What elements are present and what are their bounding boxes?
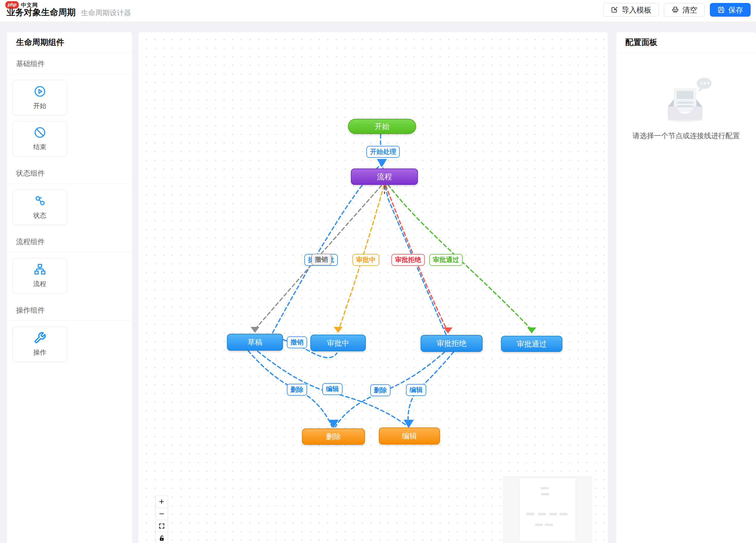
arrowhead-approving bbox=[334, 327, 343, 333]
zoom-in-button[interactable]: + bbox=[155, 495, 168, 508]
clear-icon bbox=[671, 6, 679, 14]
lock-button[interactable] bbox=[155, 532, 168, 543]
page-title: 业务对象生命周期 bbox=[7, 7, 76, 18]
config-empty-state: 请选择一个节点或连接线进行配置 bbox=[616, 76, 756, 141]
minimap-node bbox=[538, 513, 546, 515]
config-empty-text: 请选择一个节点或连接线进行配置 bbox=[633, 131, 740, 141]
node-approved[interactable]: 审批通过 bbox=[501, 336, 562, 352]
node-process[interactable]: 流程 bbox=[351, 169, 418, 185]
zoom-in-icon: + bbox=[159, 497, 164, 507]
import-icon bbox=[611, 6, 618, 14]
section-basic-cards: 开始 结束 bbox=[7, 74, 132, 163]
state-icon bbox=[34, 195, 46, 207]
section-label-action: 操作组件 bbox=[7, 299, 132, 320]
page-subtitle: 生命周期设计器 bbox=[81, 8, 131, 18]
title-row: 业务对象生命周期 生命周期设计器 bbox=[7, 7, 131, 18]
header: php 中文网 业务对象生命周期 生命周期设计器 导入模板 清空 保存 bbox=[0, 0, 756, 22]
minimap-node bbox=[526, 513, 534, 515]
section-action-cards: 操作 bbox=[7, 320, 132, 368]
node-start[interactable]: 开始 bbox=[348, 119, 416, 134]
component-card-flow[interactable]: 流程 bbox=[13, 258, 67, 293]
node-rejected[interactable]: 审批拒绝 bbox=[421, 335, 483, 352]
arrowhead-approved bbox=[527, 327, 536, 333]
edge-draft-to-process[interactable] bbox=[273, 165, 381, 333]
import-template-label: 导入模板 bbox=[622, 5, 651, 15]
section-flow-cards: 流程 bbox=[7, 252, 132, 299]
clear-button[interactable]: 清空 bbox=[664, 3, 705, 17]
edge-label-edit-from-rejected[interactable]: 编辑 bbox=[406, 384, 426, 396]
component-card-label: 操作 bbox=[33, 348, 46, 357]
empty-inbox-illustration bbox=[657, 76, 716, 123]
edge-label-delete-from-draft[interactable]: 删除 bbox=[287, 384, 307, 396]
node-approving[interactable]: 审批中 bbox=[310, 334, 366, 351]
import-template-button[interactable]: 导入模板 bbox=[603, 3, 659, 17]
minimap-node bbox=[559, 513, 567, 515]
edge-label-delete-from-rejected[interactable]: 删除 bbox=[370, 384, 391, 396]
fit-view-button[interactable] bbox=[155, 520, 168, 532]
section-label-state: 状态组件 bbox=[7, 163, 132, 184]
component-sidebar: 生命周期组件 基础组件 开始 结束 状态组件 状态 流程组件 流程 操作组件 操… bbox=[7, 32, 132, 543]
zoom-controls: + − bbox=[155, 496, 168, 543]
arrowhead-draft bbox=[251, 327, 259, 333]
lock-icon bbox=[158, 535, 165, 542]
edges-layer bbox=[139, 32, 608, 543]
edge-label-approving[interactable]: 审批中 bbox=[352, 254, 379, 266]
wrench-icon bbox=[34, 332, 46, 344]
edge-label-revoke[interactable]: 撤销 bbox=[287, 336, 307, 348]
config-panel-title: 配置面板 bbox=[616, 32, 756, 53]
minimap-node bbox=[541, 487, 548, 489]
edge-label-edit-from-draft[interactable]: 编辑 bbox=[322, 383, 343, 395]
arrowhead-process bbox=[377, 159, 387, 167]
zoom-out-button[interactable]: − bbox=[155, 508, 168, 520]
save-icon bbox=[717, 6, 725, 14]
minimap-node bbox=[549, 513, 557, 515]
speech-bubble-icon bbox=[697, 78, 712, 92]
flow-icon bbox=[34, 263, 46, 276]
arrowhead-delete bbox=[329, 420, 339, 428]
component-card-state[interactable]: 状态 bbox=[13, 190, 67, 225]
edge-rejected-to-process[interactable] bbox=[383, 166, 446, 334]
flow-canvas[interactable]: 开始 流程 草稿 审批中 审批拒绝 审批通过 删除 编辑 开始处理 提交审批 撤… bbox=[139, 32, 608, 543]
app: { "header": { "logo_badge": "php", "logo… bbox=[0, 0, 756, 543]
component-card-end[interactable]: 结束 bbox=[13, 121, 67, 157]
node-edit[interactable]: 编辑 bbox=[379, 427, 440, 444]
edge-label-rejected[interactable]: 审批拒绝 bbox=[391, 254, 425, 266]
section-label-basic: 基础组件 bbox=[7, 53, 132, 74]
play-circle-icon bbox=[34, 85, 46, 98]
component-card-label: 开始 bbox=[33, 102, 46, 111]
config-panel: 配置面板 请选择一个节点或连接线进行配置 bbox=[616, 32, 756, 543]
header-actions: 导入模板 清空 保存 bbox=[603, 3, 751, 17]
fit-view-icon bbox=[158, 523, 165, 529]
section-label-flow: 流程组件 bbox=[7, 231, 132, 252]
zoom-out-icon: − bbox=[159, 509, 164, 519]
minimap-node bbox=[545, 524, 553, 526]
component-card-action[interactable]: 操作 bbox=[13, 326, 67, 362]
edge-label-revoke-gray[interactable]: 撤销 bbox=[311, 254, 332, 266]
component-card-label: 流程 bbox=[33, 279, 46, 288]
stop-icon bbox=[34, 126, 46, 139]
clear-label: 清空 bbox=[682, 5, 697, 15]
minimap-viewport[interactable] bbox=[519, 478, 575, 541]
section-state-cards: 状态 bbox=[7, 184, 132, 231]
node-draft[interactable]: 草稿 bbox=[227, 334, 283, 351]
edge-label-approved[interactable]: 审批通过 bbox=[429, 254, 463, 266]
edge-label-start-process[interactable]: 开始处理 bbox=[366, 146, 400, 158]
save-label: 保存 bbox=[728, 5, 743, 15]
component-card-label: 状态 bbox=[33, 211, 46, 220]
component-card-label: 结束 bbox=[33, 143, 46, 152]
sidebar-title: 生命周期组件 bbox=[7, 32, 132, 53]
save-button[interactable]: 保存 bbox=[710, 3, 751, 17]
minimap-node bbox=[541, 493, 549, 495]
component-card-start[interactable]: 开始 bbox=[13, 80, 67, 116]
node-delete[interactable]: 删除 bbox=[302, 428, 365, 445]
minimap[interactable] bbox=[503, 476, 592, 543]
minimap-node bbox=[535, 524, 543, 526]
